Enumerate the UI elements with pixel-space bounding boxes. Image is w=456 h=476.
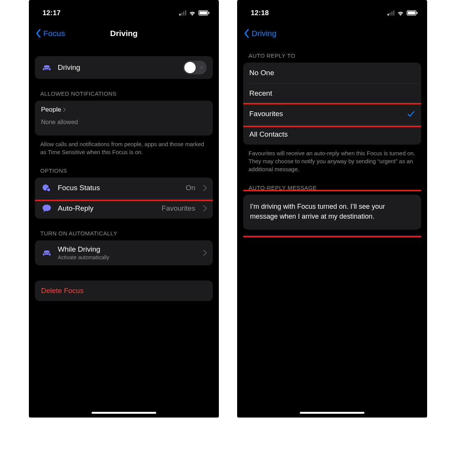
auto-reply-to-footer: Favourites will receive an auto-reply wh… xyxy=(249,149,418,173)
status-time: 12:17 xyxy=(43,9,61,17)
option-label: No One xyxy=(249,69,415,77)
battery-icon xyxy=(198,10,210,16)
while-driving-sub: Activate automatically xyxy=(58,254,198,260)
auto-card: While Driving Activate automatically xyxy=(35,240,213,265)
cellular-icon xyxy=(388,10,394,16)
while-driving-row[interactable]: While Driving Activate automatically xyxy=(35,240,213,265)
option-no-one[interactable]: No One xyxy=(243,63,421,83)
speech-bubble-icon xyxy=(41,203,52,214)
auto-reply-to-header: AUTO REPLY TO xyxy=(249,52,420,59)
people-value: None allowed xyxy=(41,119,207,126)
home-indicator[interactable] xyxy=(300,412,364,414)
chevron-right-icon xyxy=(63,107,66,112)
option-label: Favourites xyxy=(249,110,401,118)
car-icon xyxy=(41,247,52,258)
chevron-right-icon xyxy=(203,250,207,256)
page-title: Driving xyxy=(110,29,138,38)
delete-focus-label: Delete Focus xyxy=(41,287,84,295)
svg-rect-8 xyxy=(417,12,418,14)
back-label: Driving xyxy=(252,29,276,38)
battery-icon xyxy=(407,10,418,16)
allowed-header: ALLOWED NOTIFICATIONS xyxy=(40,90,211,97)
focus-status-value: On xyxy=(186,184,195,192)
driving-toggle[interactable] xyxy=(183,61,207,74)
auto-header: TURN ON AUTOMATICALLY xyxy=(40,230,211,236)
cellular-icon xyxy=(179,10,186,16)
nav-bar: Focus Driving xyxy=(35,24,213,43)
svg-point-5 xyxy=(47,188,50,191)
car-icon xyxy=(41,62,52,73)
auto-reply-message-field[interactable]: I’m driving with Focus turned on. I’ll s… xyxy=(243,195,421,230)
left-screenshot: 12:17 Focus Driving xyxy=(29,0,219,418)
svg-rect-7 xyxy=(408,11,415,14)
auto-reply-to-list: No One Recent Favourites All Contacts xyxy=(243,63,421,145)
delete-card: Delete Focus xyxy=(35,281,213,301)
options-card: Focus Status On Auto-Reply Favourites xyxy=(35,178,213,219)
option-recent[interactable]: Recent xyxy=(243,83,421,104)
chevron-right-icon xyxy=(203,185,207,191)
chevron-right-icon xyxy=(203,205,207,211)
driving-toggle-label: Driving xyxy=(58,63,178,72)
auto-reply-row[interactable]: Auto-Reply Favourites xyxy=(35,198,213,219)
auto-reply-label: Auto-Reply xyxy=(58,204,156,213)
chevron-left-icon xyxy=(35,28,42,39)
auto-reply-value: Favourites xyxy=(162,204,195,213)
option-all-contacts[interactable]: All Contacts xyxy=(243,124,421,145)
driving-toggle-row[interactable]: Driving xyxy=(35,56,213,79)
nav-bar: Driving xyxy=(243,24,421,43)
home-indicator[interactable] xyxy=(92,412,156,414)
focus-status-label: Focus Status xyxy=(58,184,180,192)
driving-toggle-card: Driving xyxy=(35,56,213,79)
option-favourites[interactable]: Favourites xyxy=(243,104,421,124)
back-label: Focus xyxy=(43,29,65,38)
people-card[interactable]: People None allowed xyxy=(35,101,213,136)
back-button[interactable]: Driving xyxy=(243,28,276,39)
delete-focus-row[interactable]: Delete Focus xyxy=(35,281,213,301)
status-bar: 12:17 xyxy=(35,5,213,21)
right-screenshot: 12:18 Driving AUTO REPLY TO xyxy=(237,0,427,418)
focus-status-row[interactable]: Focus Status On xyxy=(35,178,213,198)
allowed-footer: Allow calls and notifications from peopl… xyxy=(40,140,210,156)
option-label: All Contacts xyxy=(249,130,415,139)
back-button[interactable]: Focus xyxy=(35,28,65,39)
wifi-icon xyxy=(397,10,404,16)
chevron-left-icon xyxy=(243,28,250,39)
option-label: Recent xyxy=(249,89,415,98)
status-time: 12:18 xyxy=(251,9,269,17)
svg-rect-2 xyxy=(209,12,210,14)
wifi-icon xyxy=(188,10,196,16)
svg-rect-1 xyxy=(200,11,207,14)
auto-reply-message-text: I’m driving with Focus turned on. I’ll s… xyxy=(250,203,385,220)
status-bar: 12:18 xyxy=(243,5,421,21)
options-header: OPTIONS xyxy=(40,167,211,174)
auto-reply-message-header: AUTO-REPLY MESSAGE xyxy=(249,184,420,191)
people-label: People xyxy=(41,106,61,113)
focus-status-icon xyxy=(41,182,52,194)
while-driving-label: While Driving xyxy=(58,245,198,254)
checkmark-icon xyxy=(407,110,415,118)
